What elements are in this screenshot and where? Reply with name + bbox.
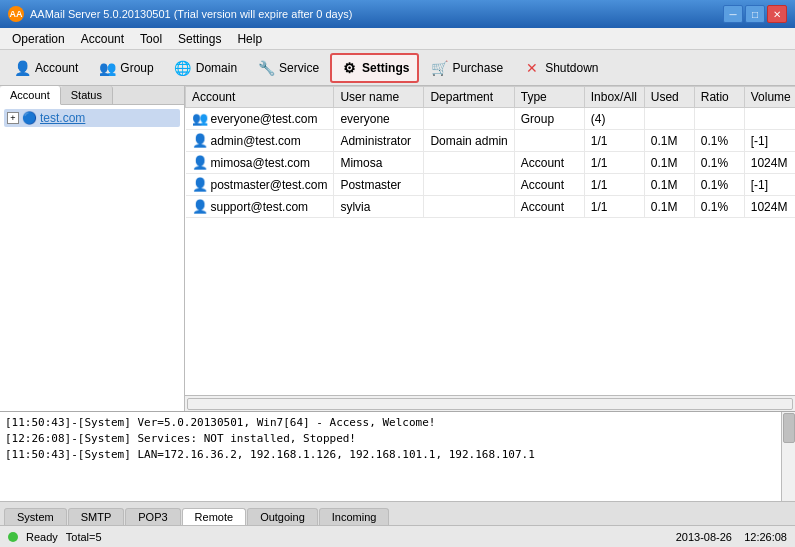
cell-department bbox=[424, 174, 514, 196]
cell-username: everyone bbox=[334, 108, 424, 130]
cell-ratio: 0.1% bbox=[694, 152, 744, 174]
tab-smtp[interactable]: SMTP bbox=[68, 508, 125, 525]
tab-account[interactable]: Account bbox=[0, 86, 61, 105]
cell-department bbox=[424, 152, 514, 174]
user-row-icon: 👤 bbox=[192, 133, 208, 148]
bottom-tabs: System SMTP POP3 Remote Outgoing Incomin… bbox=[0, 501, 795, 525]
log-scrollbar[interactable] bbox=[781, 412, 795, 501]
cell-account: 👤postmaster@test.com bbox=[186, 174, 334, 196]
col-department: Department bbox=[424, 87, 514, 108]
toolbar-domain-label: Domain bbox=[196, 61, 237, 75]
window-title: AAMail Server 5.0.20130501 (Trial versio… bbox=[30, 8, 352, 20]
cell-volume bbox=[744, 108, 795, 130]
cell-username: Mimosa bbox=[334, 152, 424, 174]
log-line: [11:50:43]-[System] LAN=172.16.36.2, 192… bbox=[5, 447, 790, 463]
tab-incoming[interactable]: Incoming bbox=[319, 508, 390, 525]
cell-used: 0.1M bbox=[644, 130, 694, 152]
domain-tree-icon: 🔵 bbox=[22, 111, 37, 125]
tab-remote[interactable]: Remote bbox=[182, 508, 247, 525]
maximize-button[interactable]: □ bbox=[745, 5, 765, 23]
log-scrollbar-thumb[interactable] bbox=[783, 413, 795, 443]
table-row[interactable]: 👤admin@test.com Administrator Domain adm… bbox=[186, 130, 796, 152]
menu-help[interactable]: Help bbox=[229, 30, 270, 48]
menu-operation[interactable]: Operation bbox=[4, 30, 73, 48]
cell-type: Account bbox=[514, 174, 584, 196]
cell-username: Administrator bbox=[334, 130, 424, 152]
tab-system[interactable]: System bbox=[4, 508, 67, 525]
menu-settings[interactable]: Settings bbox=[170, 30, 229, 48]
h-scroll-track[interactable] bbox=[187, 398, 793, 410]
toolbar-account-label: Account bbox=[35, 61, 78, 75]
menu-account[interactable]: Account bbox=[73, 30, 132, 48]
left-panel-content: + 🔵 test.com bbox=[0, 105, 184, 411]
domain-label[interactable]: test.com bbox=[40, 111, 85, 125]
cell-inbox: (4) bbox=[584, 108, 644, 130]
col-type: Type bbox=[514, 87, 584, 108]
col-ratio: Ratio bbox=[694, 87, 744, 108]
left-tabs: Account Status bbox=[0, 86, 184, 105]
horizontal-scrollbar[interactable] bbox=[185, 395, 795, 411]
status-left: Ready Total=5 bbox=[8, 531, 102, 543]
cell-department bbox=[424, 108, 514, 130]
menu-bar: Operation Account Tool Settings Help bbox=[0, 28, 795, 50]
tree-expand-button[interactable]: + bbox=[7, 112, 19, 124]
tree-domain-item[interactable]: + 🔵 test.com bbox=[4, 109, 180, 127]
cell-used: 0.1M bbox=[644, 174, 694, 196]
cell-inbox: 1/1 bbox=[584, 174, 644, 196]
toolbar-settings[interactable]: ⚙ Settings bbox=[330, 53, 419, 83]
domain-icon: 🌐 bbox=[174, 59, 192, 77]
toolbar-account[interactable]: 👤 Account bbox=[4, 53, 87, 83]
cell-username: Postmaster bbox=[334, 174, 424, 196]
settings-icon: ⚙ bbox=[340, 59, 358, 77]
toolbar-shutdown[interactable]: ✕ Shutdown bbox=[514, 53, 607, 83]
toolbar-settings-label: Settings bbox=[362, 61, 409, 75]
close-button[interactable]: ✕ bbox=[767, 5, 787, 23]
title-bar: AA AAMail Server 5.0.20130501 (Trial ver… bbox=[0, 0, 795, 28]
menu-tool[interactable]: Tool bbox=[132, 30, 170, 48]
right-panel: Account User name Department Type Inbox/… bbox=[185, 86, 795, 411]
col-account: Account bbox=[186, 87, 334, 108]
table-row[interactable]: 👤support@test.com sylvia Account 1/1 0.1… bbox=[186, 196, 796, 218]
cell-ratio: 0.1% bbox=[694, 174, 744, 196]
cell-inbox: 1/1 bbox=[584, 196, 644, 218]
cell-inbox: 1/1 bbox=[584, 152, 644, 174]
service-icon: 🔧 bbox=[257, 59, 275, 77]
group-icon: 👥 bbox=[98, 59, 116, 77]
toolbar-service-label: Service bbox=[279, 61, 319, 75]
status-total: Total=5 bbox=[66, 531, 102, 543]
minimize-button[interactable]: ─ bbox=[723, 5, 743, 23]
toolbar-service[interactable]: 🔧 Service bbox=[248, 53, 328, 83]
user-row-icon: 👤 bbox=[192, 155, 208, 170]
tab-status[interactable]: Status bbox=[61, 86, 113, 104]
table-row[interactable]: 👤postmaster@test.com Postmaster Account … bbox=[186, 174, 796, 196]
col-used: Used bbox=[644, 87, 694, 108]
col-inbox: Inbox/All bbox=[584, 87, 644, 108]
col-username: User name bbox=[334, 87, 424, 108]
cell-volume: [-1] bbox=[744, 130, 795, 152]
cell-used bbox=[644, 108, 694, 130]
table-row[interactable]: 👤mimosa@test.com Mimosa Account 1/1 0.1M… bbox=[186, 152, 796, 174]
account-icon: 👤 bbox=[13, 59, 31, 77]
accounts-table-container[interactable]: Account User name Department Type Inbox/… bbox=[185, 86, 795, 395]
toolbar-purchase-label: Purchase bbox=[452, 61, 503, 75]
tab-pop3[interactable]: POP3 bbox=[125, 508, 180, 525]
toolbar-group[interactable]: 👥 Group bbox=[89, 53, 162, 83]
status-ready: Ready bbox=[26, 531, 58, 543]
accounts-table: Account User name Department Type Inbox/… bbox=[185, 86, 795, 218]
toolbar-purchase[interactable]: 🛒 Purchase bbox=[421, 53, 512, 83]
app-icon: AA bbox=[8, 6, 24, 22]
cell-volume: [-1] bbox=[744, 174, 795, 196]
status-bar: Ready Total=5 2013-08-26 12:26:08 bbox=[0, 525, 795, 547]
table-header: Account User name Department Type Inbox/… bbox=[186, 87, 796, 108]
toolbar-shutdown-label: Shutdown bbox=[545, 61, 598, 75]
toolbar-group-label: Group bbox=[120, 61, 153, 75]
toolbar: 👤 Account 👥 Group 🌐 Domain 🔧 Service ⚙ S… bbox=[0, 50, 795, 86]
shutdown-icon: ✕ bbox=[523, 59, 541, 77]
cell-type: Account bbox=[514, 152, 584, 174]
toolbar-domain[interactable]: 🌐 Domain bbox=[165, 53, 246, 83]
tab-outgoing[interactable]: Outgoing bbox=[247, 508, 318, 525]
cell-ratio: 0.1% bbox=[694, 130, 744, 152]
cell-used: 0.1M bbox=[644, 152, 694, 174]
table-row[interactable]: 👥everyone@test.com everyone Group (4) bbox=[186, 108, 796, 130]
cell-username: sylvia bbox=[334, 196, 424, 218]
